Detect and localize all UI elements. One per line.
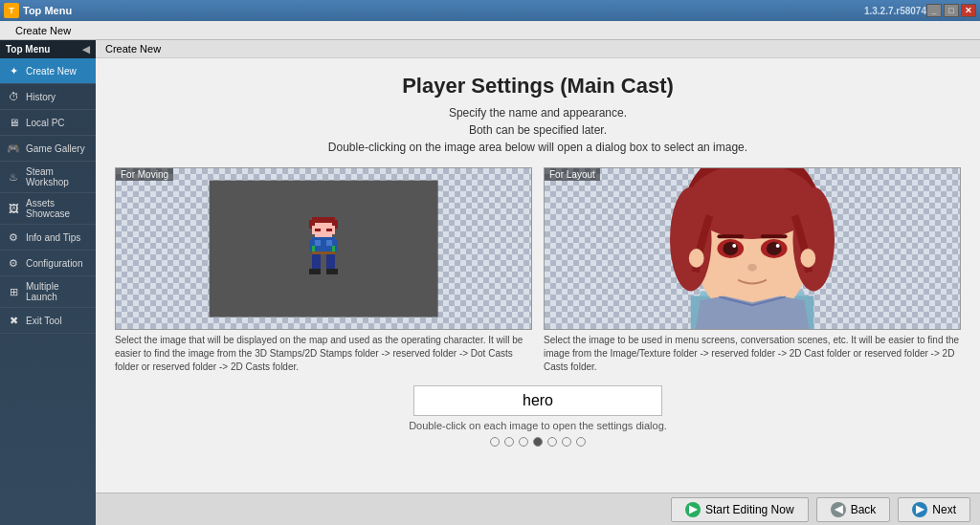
sidebar-title: Top Menu xyxy=(6,44,50,55)
pagination xyxy=(490,437,586,447)
pagination-dot-4[interactable] xyxy=(533,437,543,447)
app-version: 1.3.2.7.r58074 xyxy=(864,6,926,16)
info-tips-icon: ⚙ xyxy=(6,230,21,245)
images-row: For Moving Select the image that will be… xyxy=(115,167,961,374)
next-label: Next xyxy=(932,503,956,516)
next-icon: ▶ xyxy=(912,502,927,517)
bottom-bar: ▶ Start Editing Now ◀ Back ▶ Next xyxy=(96,492,980,525)
local-pc-icon: 🖥 xyxy=(6,115,21,130)
app-title: Top Menu xyxy=(23,5,858,16)
configuration-icon: ⚙ xyxy=(6,255,21,271)
name-input-wrapper xyxy=(413,385,662,416)
minimize-button[interactable]: _ xyxy=(926,4,942,17)
for-layout-label: For Layout xyxy=(545,168,600,181)
svg-point-32 xyxy=(767,242,782,255)
sidebar-label-local-pc: Local PC xyxy=(26,118,65,128)
sidebar-item-exit-tool[interactable]: ✖ Exit Tool xyxy=(0,308,96,334)
svg-rect-15 xyxy=(326,269,338,274)
sidebar-item-create-new[interactable]: ✦ Create New xyxy=(0,58,96,84)
sidebar-item-steam-workshop[interactable]: ♨ Steam Workshop xyxy=(0,162,96,193)
next-button[interactable]: ▶ Next xyxy=(898,497,970,522)
svg-rect-14 xyxy=(309,269,321,274)
back-icon: ◀ xyxy=(831,502,846,517)
portrait-svg xyxy=(545,168,960,329)
for-layout-image[interactable]: For Layout xyxy=(544,167,961,330)
character-sprite xyxy=(301,214,346,283)
sidebar-item-assets-showcase[interactable]: 🖼 Assets Showcase xyxy=(0,193,96,225)
restore-button[interactable]: □ xyxy=(944,4,959,17)
sidebar-item-local-pc[interactable]: 🖥 Local PC xyxy=(0,110,96,136)
page-title: Player Settings (Main Cast) xyxy=(402,74,674,98)
svg-rect-4 xyxy=(312,226,315,234)
sidebar-item-game-gallery[interactable]: 🎮 Game Gallery xyxy=(0,136,96,162)
close-button[interactable]: ✕ xyxy=(961,4,976,17)
sidebar: Top Menu ◀ ✦ Create New ⏱ History 🖥 Loca… xyxy=(0,40,96,525)
multiple-launch-icon: ⊞ xyxy=(6,284,21,299)
svg-point-35 xyxy=(747,264,757,272)
svg-rect-6 xyxy=(315,229,321,231)
menu-bar: Create New xyxy=(0,21,980,40)
sidebar-label-multiple-launch: Multiple Launch xyxy=(26,281,90,302)
history-icon: ⏱ xyxy=(6,89,21,104)
pagination-dot-5[interactable] xyxy=(547,437,557,447)
svg-point-31 xyxy=(723,242,738,255)
title-bar: T Top Menu 1.3.2.7.r58074 _ □ ✕ xyxy=(0,0,980,21)
sidebar-label-create-new: Create New xyxy=(26,66,77,77)
steam-workshop-icon: ♨ xyxy=(6,169,21,185)
start-editing-button[interactable]: ▶ Start Editing Now xyxy=(671,497,809,522)
pagination-dot-1[interactable] xyxy=(490,437,500,447)
sidebar-label-configuration: Configuration xyxy=(26,258,82,269)
svg-rect-12 xyxy=(312,254,321,269)
sidebar-label-game-gallery: Game Gallery xyxy=(26,143,85,154)
svg-point-37 xyxy=(800,249,815,268)
svg-rect-5 xyxy=(332,226,335,234)
sidebar-label-assets-showcase: Assets Showcase xyxy=(26,198,90,219)
svg-rect-13 xyxy=(326,254,335,269)
sidebar-item-configuration[interactable]: ⚙ Configuration xyxy=(0,251,96,276)
pagination-dot-3[interactable] xyxy=(519,437,528,447)
subtitle-line2: Both can be specified later. xyxy=(469,123,607,137)
pagination-dot-2[interactable] xyxy=(504,437,514,447)
subtitle: Specify the name and appearance. Both ca… xyxy=(328,104,747,156)
svg-rect-19 xyxy=(332,246,335,252)
for-moving-image[interactable]: For Moving xyxy=(115,167,532,330)
name-hint: Double-click on each image to open the s… xyxy=(409,420,667,431)
pagination-dot-7[interactable] xyxy=(576,437,586,447)
for-layout-panel: For Layout Select the image to be used i… xyxy=(544,167,961,374)
window-controls: _ □ ✕ xyxy=(926,4,976,17)
svg-rect-18 xyxy=(312,246,315,252)
name-section: Double-click on each image to open the s… xyxy=(115,385,961,452)
subtitle-line3: Double-clicking on the image area below … xyxy=(328,141,747,154)
content-area: Create New Player Settings (Main Cast) S… xyxy=(96,40,980,525)
exit-tool-icon: ✖ xyxy=(6,313,21,328)
name-input[interactable] xyxy=(413,385,662,416)
game-gallery-icon: 🎮 xyxy=(6,141,21,156)
for-moving-label: For Moving xyxy=(116,168,173,181)
start-editing-icon: ▶ xyxy=(685,502,701,517)
breadcrumb[interactable]: Create New xyxy=(8,23,78,38)
svg-rect-28 xyxy=(761,234,788,238)
main-content: Player Settings (Main Cast) Specify the … xyxy=(96,58,980,492)
pagination-dot-6[interactable] xyxy=(562,437,571,447)
sidebar-item-history[interactable]: ⏱ History xyxy=(0,84,96,110)
sidebar-item-multiple-launch[interactable]: ⊞ Multiple Launch xyxy=(0,276,96,308)
sidebar-label-info-tips: Info and Tips xyxy=(26,232,80,243)
assets-showcase-icon: 🖼 xyxy=(6,201,21,216)
sprite-container xyxy=(301,214,346,283)
sidebar-label-steam-workshop: Steam Workshop xyxy=(26,166,90,187)
for-moving-desc: Select the image that will be displayed … xyxy=(115,334,532,374)
sidebar-collapse-button[interactable]: ◀ xyxy=(82,44,90,55)
subtitle-line1: Specify the name and appearance. xyxy=(449,106,627,120)
svg-point-33 xyxy=(732,244,736,248)
svg-point-36 xyxy=(689,249,704,268)
svg-rect-11 xyxy=(312,252,335,254)
back-button[interactable]: ◀ Back xyxy=(816,497,891,522)
svg-rect-7 xyxy=(326,229,332,231)
sidebar-item-info-tips[interactable]: ⚙ Info and Tips xyxy=(0,225,96,251)
svg-rect-27 xyxy=(717,234,744,238)
sidebar-label-history: History xyxy=(26,92,56,102)
create-new-icon: ✦ xyxy=(6,63,21,78)
sidebar-header: Top Menu ◀ xyxy=(0,40,96,58)
svg-point-34 xyxy=(776,244,780,248)
svg-rect-16 xyxy=(315,240,321,246)
